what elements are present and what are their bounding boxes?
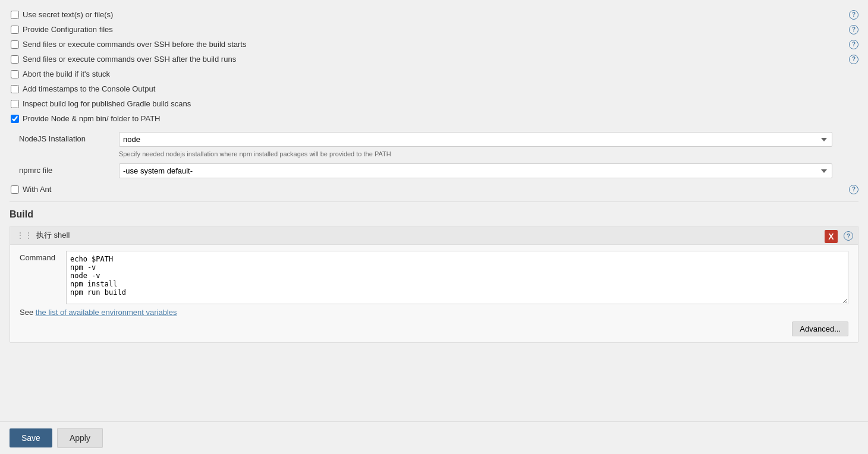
command-row: Command echo $PATH npm -v node -v npm in… <box>20 251 848 304</box>
npmrc-label: npmrc file <box>19 163 114 175</box>
timestamps-label: Add timestamps to the Console Output <box>23 84 155 93</box>
gradle-scans-checkbox[interactable] <box>11 100 19 108</box>
npmrc-select[interactable]: -use system default- <box>119 163 832 178</box>
env-vars-prefix: See <box>20 308 36 317</box>
checkbox-row-5: Abort the build if it's stuck <box>10 67 858 81</box>
nodejs-installation-select[interactable]: node <box>119 132 832 147</box>
checkbox-row-8: Provide Node & npm bin/ folder to PATH <box>10 111 858 126</box>
nodejs-helper-text: Specify needed nodejs installation where… <box>119 150 858 157</box>
timestamps-checkbox[interactable] <box>11 85 19 93</box>
with-ant-label: With Ant <box>23 185 51 194</box>
ssh-before-checkbox[interactable] <box>11 40 19 49</box>
checkbox-row-6: Add timestamps to the Console Output <box>10 81 858 96</box>
build-section-title: Build <box>10 209 858 220</box>
advanced-button[interactable]: Advanced... <box>792 321 848 336</box>
build-step: ⋮⋮ 执行 shell X ? Command echo $PATH npm -… <box>10 226 858 343</box>
save-button[interactable]: Save <box>10 428 52 447</box>
build-step-header: ⋮⋮ 执行 shell <box>10 226 858 245</box>
step-title: 执行 shell <box>36 230 70 241</box>
abort-stuck-checkbox[interactable] <box>11 70 19 78</box>
nodejs-path-checkbox[interactable] <box>11 115 19 123</box>
with-ant-checkbox[interactable] <box>11 185 19 194</box>
abort-stuck-label: Abort the build if it's stuck <box>23 70 110 78</box>
build-step-body: Command echo $PATH npm -v node -v npm in… <box>10 245 858 342</box>
help-icon-3[interactable]: ? <box>849 40 858 49</box>
use-secret-label: Use secret text(s) or file(s) <box>23 10 113 19</box>
bottom-bar: Save Apply <box>0 421 868 454</box>
provide-config-checkbox[interactable] <box>11 26 19 34</box>
nodejs-section: NodeJS Installation node Specify needed … <box>19 128 858 182</box>
step-help-icon[interactable]: ? <box>844 231 853 241</box>
ssh-before-label: Send files or execute commands over SSH … <box>23 40 246 49</box>
apply-button[interactable]: Apply <box>57 428 103 448</box>
env-vars-section: See the list of available environment va… <box>20 308 848 317</box>
drag-handle-icon[interactable]: ⋮⋮ <box>16 231 33 240</box>
main-content: Use secret text(s) or file(s) ? Provide … <box>0 0 868 454</box>
with-ant-row: With Ant ? <box>10 182 858 197</box>
nodejs-installation-row: NodeJS Installation node <box>19 128 858 150</box>
ssh-after-checkbox[interactable] <box>11 55 19 64</box>
checkbox-row-4: Send files or execute commands over SSH … <box>10 52 858 67</box>
section-divider <box>10 201 858 202</box>
checkbox-row-2: Provide Configuration files ? <box>10 22 858 37</box>
npmrc-row: npmrc file -use system default- <box>19 160 858 182</box>
advanced-btn-container: Advanced... <box>20 321 848 336</box>
command-label: Command <box>20 251 61 262</box>
help-icon-2[interactable]: ? <box>849 25 858 34</box>
use-secret-checkbox[interactable] <box>11 11 19 19</box>
gradle-scans-label: Inspect build log for published Gradle b… <box>23 99 191 108</box>
checkbox-row-3: Send files or execute commands over SSH … <box>10 37 858 52</box>
checkbox-row-7: Inspect build log for published Gradle b… <box>10 96 858 111</box>
nodejs-installation-label: NodeJS Installation <box>19 132 114 143</box>
ssh-after-label: Send files or execute commands over SSH … <box>23 55 236 64</box>
delete-step-button[interactable]: X <box>825 230 838 243</box>
checkbox-row-1: Use secret text(s) or file(s) ? <box>10 7 858 22</box>
nodejs-path-label: Provide Node & npm bin/ folder to PATH <box>23 114 160 123</box>
help-icon-1[interactable]: ? <box>849 10 858 20</box>
help-icon-4[interactable]: ? <box>849 55 858 64</box>
with-ant-help-icon[interactable]: ? <box>849 185 858 194</box>
provide-config-label: Provide Configuration files <box>23 25 113 34</box>
env-vars-link[interactable]: the list of available environment variab… <box>36 308 177 317</box>
command-textarea[interactable]: echo $PATH npm -v node -v npm install np… <box>66 251 848 304</box>
